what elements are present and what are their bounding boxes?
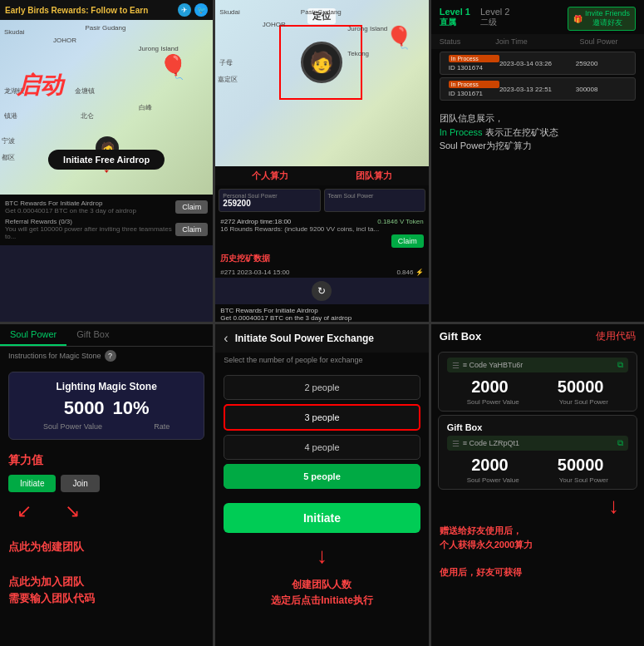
copy-icon-1[interactable]: ⧉: [617, 360, 623, 370]
level2-tab[interactable]: Level 2 二级: [480, 7, 509, 31]
cell1-btc-text: BTC Rewards For Initiate Airdrop Get 0.0…: [5, 200, 175, 215]
map2-balloon: 🎈: [386, 25, 412, 51]
gift-code-text-2: ≡ Code LZRpQt1: [463, 439, 614, 447]
history-label: 历史挖矿数据: [220, 253, 270, 264]
soul-power-desc: Soul Power为挖矿算力: [440, 141, 532, 150]
map2-zimu: 子母: [219, 58, 233, 67]
arrow-down-cell5: ↓: [215, 543, 428, 569]
down-arrow-icon: ↓: [317, 543, 327, 568]
team-info-text: 团队信息展示，: [440, 113, 504, 123]
instructions-text: Instructions for Magic Stone: [8, 352, 101, 360]
level1-tab[interactable]: Level 1 直属: [440, 7, 470, 31]
gift-code-row-1: ☰ ≡ Code YaHBTu6r ⧉: [447, 358, 628, 372]
soul-power-value-label-2: Soul Power Value: [467, 476, 519, 484]
circle-nav-btn[interactable]: ↻: [312, 281, 332, 301]
cell-invite-friends: Level 1 直属 Level 2 二级 🎁 Invite Friends邀请…: [431, 0, 644, 322]
map-label-du: 都区: [2, 153, 15, 162]
gift-box-tab[interactable]: Gift Box: [66, 324, 119, 346]
gift-icon: 🎁: [573, 15, 583, 23]
gift-card-2: Gift Box ☰ ≡ Code LZRpQt1 ⧉ 2000 50000 S…: [438, 415, 637, 490]
cell2-stats: Personal Soul Power 259200 Team Soul Pow…: [215, 185, 428, 215]
option-2-people[interactable]: 2 people: [224, 375, 420, 400]
early-birds-title: Early Birds Rewards: Follow to Earn: [5, 6, 148, 15]
help-icon[interactable]: ?: [105, 350, 116, 362]
soul-power-tab[interactable]: Soul Power: [0, 324, 66, 346]
copy-icon-2[interactable]: ⧉: [617, 438, 623, 448]
cell6-bottom-chinese: 赠送给好友使用后， 个人获得永久2000算力 使用后，好友可获得: [431, 519, 644, 584]
your-soul-label-1: Your Soul Power: [559, 398, 608, 406]
option-5-people[interactable]: 5 people: [224, 464, 420, 489]
personal-stat-box: Personal Soul Power 259200: [219, 189, 320, 212]
map2-skudai: Skudai: [219, 8, 239, 16]
map-label-jurong: Jurong Island: [139, 45, 179, 52]
map-label-baizhang: 白峰: [139, 103, 152, 112]
stone-value: 5000: [64, 397, 105, 419]
cell4-tabs: Soul Power Gift Box: [0, 324, 213, 347]
initiate-free-airdrop-btn[interactable]: Initiate Free Airdrop: [48, 150, 165, 170]
soul-power-value-label: Soul Power Value: [43, 422, 102, 431]
use-code-label: 使用代码: [596, 329, 636, 343]
arrow-left: ↙: [17, 501, 32, 522]
cell3-table-header: Status Join Time Soul Power: [431, 34, 644, 49]
cell-soul-exchange: ‹ Initiate Soul Power Exchange Select th…: [215, 324, 428, 646]
cell5-chinese-bottom: 创建团队人数 选定后点击Initiate执行: [215, 569, 428, 617]
gift-value-2: 2000: [471, 456, 509, 475]
map-label-zhen: 镇港: [4, 111, 17, 121]
initiate-main-btn[interactable]: Initiate: [224, 503, 420, 533]
cell3-header: Level 1 直属 Level 2 二级 🎁 Invite Friends邀请…: [431, 0, 644, 34]
rounds-info: 16 Rounds Rewards: (include 9200 VV coin…: [220, 225, 423, 233]
cell2-history-row: #271 2023-03-14 15:00 0.846 ⚡: [215, 267, 428, 278]
cell6-header: Gift Box 使用代码: [431, 324, 644, 348]
cell2-footer-btc: BTC Rewards For Initiate Airdrop Get 0.0…: [220, 307, 423, 322]
in-process-badge-1: In Process: [449, 55, 499, 62]
map-area: Skudai Pasir Gudang JOHOR 龙湖镇 镇港 宁波 都区 金…: [0, 20, 213, 195]
invite-friends-btn[interactable]: 🎁 Invite Friends邀请好友: [568, 7, 636, 31]
gift-values-row-2: 2000 50000: [447, 456, 628, 475]
telegram-icon[interactable]: ✈: [178, 3, 191, 17]
down-arrow-cell6: ↓: [608, 493, 619, 518]
cell2-map: 定位 🧑 Skudai Pasir Gudang JOHOR 子母 嘉定区 Te…: [215, 0, 428, 166]
cell2-power-labels: 个人算力 团队算力: [215, 166, 428, 185]
map2-other: 嘉定区: [218, 75, 238, 84]
red-arrow-cell6: ↓: [431, 493, 644, 519]
magic-stone-title: Lighting Magic Stone: [17, 381, 195, 392]
personal-stat-label: Personal Soul Power: [223, 193, 316, 199]
token-value: 0.1846 V Token: [377, 218, 423, 225]
airdrop-time-text: #272 Airdrop time:18:00 0.1846 V Token: [220, 218, 423, 225]
personal-stat-value: 259200: [223, 199, 316, 208]
claim-btn-1[interactable]: Claim: [175, 200, 208, 214]
magic-stone-box: Lighting Magic Stone 5000 10% Soul Power…: [8, 372, 204, 440]
option-4-people[interactable]: 4 people: [224, 435, 420, 460]
map2-tekong: Tekong: [347, 50, 369, 57]
cell-early-birds: Early Birds Rewards: Follow to Earn ✈ 🐦 …: [0, 0, 213, 322]
code-icon-2: ☰: [452, 439, 460, 448]
map-label-skudai: Skudai: [4, 28, 24, 36]
join-btn[interactable]: Join: [61, 475, 99, 492]
cell1-footer-row1: BTC Rewards For Initiate Airdrop Get 0.0…: [5, 198, 208, 216]
gift-code-text-1: ≡ Code YaHBTu6r: [463, 361, 614, 369]
claim-btn-2[interactable]: Claim: [175, 223, 208, 236]
back-btn[interactable]: ‹: [224, 331, 228, 346]
claim-btn-cell2[interactable]: Claim: [391, 234, 424, 248]
twitter-icon[interactable]: 🐦: [194, 3, 208, 17]
row2-join-time: 2023-03-13 22:51: [499, 86, 576, 93]
initiate-btn[interactable]: Initiate: [8, 475, 56, 492]
cell2-history-label-row: 历史挖矿数据: [215, 250, 428, 267]
cell1-referral-text: Referral Rewards (0/3) You will get 1000…: [5, 218, 175, 240]
personal-power-label: 个人算力: [252, 170, 288, 182]
cell4-chinese-top: 算力值: [0, 446, 213, 471]
row1-soul-value: 259200: [576, 60, 627, 67]
cell5-header: ‹ Initiate Soul Power Exchange: [215, 324, 428, 353]
gift-soul-2: 50000: [558, 456, 604, 475]
row2-soul: 300008: [576, 81, 627, 97]
soul-power-value-label-1: Soul Power Value: [467, 398, 519, 406]
magic-stone-values: 5000 10%: [17, 397, 195, 419]
cell3-description: 团队信息展示， In Process 表示正在挖矿状态 Soul Power为挖…: [431, 103, 644, 161]
option-3-people[interactable]: 3 people: [224, 404, 420, 431]
gift-card-1: ☰ ≡ Code YaHBTu6r ⧉ 2000 50000 Soul Powe…: [438, 352, 637, 412]
magic-stone-labels: Soul Power Value Rate: [17, 422, 195, 431]
exchange-subtitle: Select the number of people for exchange: [215, 353, 428, 371]
start-label: 启动: [17, 70, 63, 101]
history-row-text: #271 2023-03-14 15:00: [220, 269, 289, 276]
row1-join-time: 2023-03-14 03:26: [499, 60, 576, 67]
